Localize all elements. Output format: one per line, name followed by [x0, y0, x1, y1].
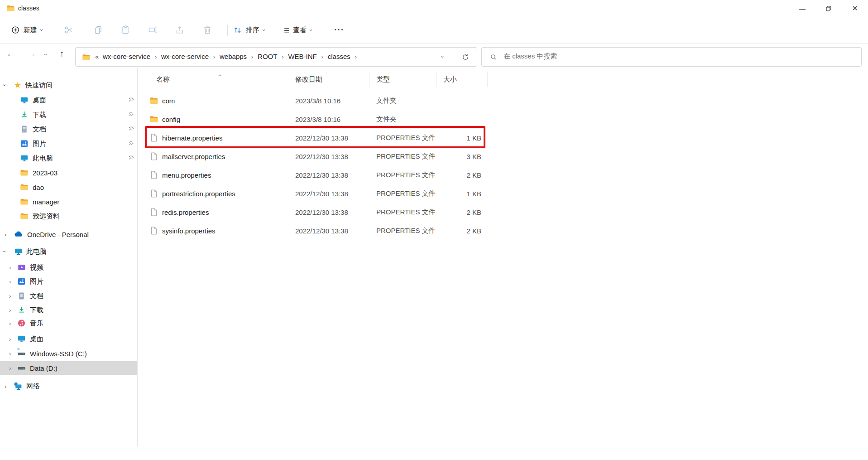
chevron-right-icon: › — [321, 54, 323, 60]
sidebar-item-this-pc-pinned[interactable]: 此电脑 — [0, 151, 137, 165]
file-name: portrestriction.properties — [162, 189, 235, 197]
close-button[interactable]: × — [842, 0, 868, 17]
sidebar-item-onedrive[interactable]: › OneDrive - Personal — [0, 228, 137, 241]
address-bar[interactable]: « wx-core-service›wx-core-service›webapp… — [75, 47, 477, 67]
search-icon — [490, 53, 498, 61]
sidebar-item-folder-dao[interactable]: dao — [0, 180, 137, 194]
folder-icon — [20, 169, 29, 177]
chevron-collapsed-icon[interactable]: › — [9, 320, 11, 326]
chevron-collapsed-icon[interactable]: › — [9, 336, 11, 342]
sidebar-item-data-d-selected[interactable]: › Data (D:) — [0, 361, 137, 375]
chevron-collapsed-icon[interactable]: › — [9, 351, 11, 357]
chevron-down-icon: › — [308, 29, 314, 31]
sidebar-item-windows-ssd-c[interactable]: › Windows-SSD (C:) — [0, 347, 137, 360]
new-label: 新建 — [24, 26, 37, 34]
column-resize-handle[interactable] — [487, 72, 488, 87]
sidebar-item-quick-access[interactable]: › ★ 快速访问 — [0, 78, 137, 92]
sidebar-item-label: 视频 — [30, 263, 43, 272]
chevron-collapsed-icon[interactable]: › — [5, 383, 6, 389]
column-header-size[interactable]: 大小 — [443, 75, 457, 84]
chevron-collapsed-icon[interactable]: › — [9, 293, 11, 299]
new-button[interactable]: 新建 › — [11, 17, 43, 43]
chevron-collapsed-icon[interactable]: › — [9, 365, 11, 371]
sidebar-item-folder-manager[interactable]: manager — [0, 195, 137, 208]
sidebar-item-documents[interactable]: › 文档 — [0, 289, 137, 303]
sidebar-item-downloads[interactable]: › 下载 — [0, 303, 137, 317]
share-icon[interactable] — [175, 25, 185, 35]
sidebar-item-documents-pinned[interactable]: 文档 — [0, 122, 137, 136]
delete-icon[interactable] — [202, 25, 212, 35]
chevron-collapsed-icon[interactable]: › — [5, 232, 6, 237]
forward-button[interactable]: → — [27, 49, 36, 59]
file-row-redis-properties[interactable]: redis.properties 2022/12/30 13:38 PROPER… — [137, 203, 527, 221]
sort-button[interactable]: 排序 › — [233, 17, 265, 43]
file-row-menu-properties[interactable]: menu.properties 2022/12/30 13:38 PROPERT… — [137, 165, 527, 184]
file-row-config[interactable]: config 2023/3/8 10:16 文件夹 — [137, 110, 527, 128]
download-icon — [17, 306, 26, 315]
file-date: 2023/3/8 10:16 — [295, 97, 340, 104]
document-icon — [20, 125, 29, 134]
file-icon — [149, 152, 158, 161]
restore-button[interactable] — [815, 0, 842, 17]
sidebar-item-downloads-pinned[interactable]: 下载 — [0, 108, 137, 121]
column-header-type[interactable]: 类型 — [376, 75, 390, 84]
file-date: 2022/12/30 13:38 — [295, 227, 348, 234]
refresh-icon[interactable] — [461, 53, 470, 61]
file-row-portrestriction-properties[interactable]: portrestriction.properties 2022/12/30 13… — [137, 184, 527, 203]
minimize-button[interactable]: — — [789, 0, 815, 17]
sidebar-item-pictures-pinned[interactable]: 图片 — [0, 137, 137, 150]
sidebar-item-folder-zhiyuan[interactable]: 致远资料 — [0, 209, 137, 223]
file-type: PROPERTIES 文件 — [376, 226, 436, 235]
sidebar-item-pictures[interactable]: › 图片 — [0, 275, 137, 288]
sidebar-item-folder-2023-03[interactable]: 2023-03 — [0, 166, 137, 179]
cut-icon[interactable] — [64, 25, 74, 35]
folder-icon — [82, 53, 91, 62]
file-icon — [149, 208, 158, 217]
path-overflow-icon[interactable]: « — [95, 53, 99, 60]
file-row-sysinfo-properties[interactable]: sysinfo.properties 2022/12/30 13:38 PROP… — [137, 221, 527, 240]
sidebar-item-videos[interactable]: › 视频 — [0, 261, 137, 274]
file-row-mailserver-properties[interactable]: mailserver.properties 2022/12/30 13:38 P… — [137, 147, 527, 165]
rename-icon[interactable] — [148, 25, 158, 35]
more-options-button[interactable]: ··· — [334, 17, 344, 43]
breadcrumb-item[interactable]: classes — [328, 53, 350, 60]
pictures-icon — [20, 140, 29, 148]
toolbar-separator — [227, 25, 228, 36]
sort-arrows-icon — [233, 25, 242, 35]
chevron-down-icon: › — [39, 29, 45, 31]
breadcrumb-item[interactable]: wx-core-service — [103, 53, 150, 60]
file-row-com[interactable]: com 2023/3/8 10:16 文件夹 — [137, 91, 527, 110]
column-header-name[interactable]: 名称 — [156, 75, 170, 84]
folder-icon — [149, 115, 158, 124]
pin-icon — [128, 140, 134, 147]
view-button[interactable]: ≡ 查看 › — [284, 17, 312, 43]
chevron-collapsed-icon[interactable]: › — [9, 279, 11, 285]
hamburger-icon: ≡ — [284, 25, 289, 35]
address-dropdown-chevron[interactable]: › — [440, 56, 446, 58]
breadcrumb-item[interactable]: webapps — [220, 53, 247, 60]
sidebar-item-desktop[interactable]: › 桌面 — [0, 332, 137, 346]
search-box[interactable] — [481, 47, 862, 67]
chevron-collapsed-icon[interactable]: › — [9, 265, 11, 271]
chevron-expanded-icon[interactable]: › — [2, 251, 8, 252]
copy-icon[interactable] — [93, 25, 103, 35]
sidebar-item-network[interactable]: › 网络 — [0, 379, 137, 393]
sidebar-item-desktop-pinned[interactable]: 桌面 — [0, 93, 137, 107]
column-resize-handle[interactable] — [369, 72, 370, 87]
column-resize-handle[interactable] — [290, 72, 290, 87]
up-button[interactable]: ↑ — [60, 49, 64, 59]
breadcrumb-item[interactable]: WEB-INF — [288, 53, 317, 60]
paste-icon[interactable] — [120, 25, 130, 35]
search-input[interactable] — [503, 52, 695, 60]
sidebar-item-music[interactable]: › 音乐 — [0, 316, 137, 330]
chevron-collapsed-icon[interactable]: › — [9, 307, 11, 313]
chevron-expanded-icon[interactable]: › — [2, 84, 8, 86]
breadcrumb-item[interactable]: wx-core-service — [161, 53, 209, 60]
sidebar-item-this-pc[interactable]: › 此电脑 — [0, 245, 137, 258]
column-resize-handle[interactable] — [436, 72, 437, 87]
back-button[interactable]: ← — [6, 49, 15, 59]
column-header-date[interactable]: 修改日期 — [295, 75, 322, 84]
breadcrumb-item[interactable]: ROOT — [258, 53, 277, 60]
folder-icon — [6, 4, 15, 13]
recent-locations-chevron[interactable]: › — [43, 53, 49, 55]
